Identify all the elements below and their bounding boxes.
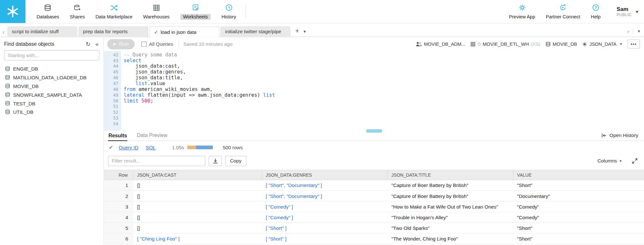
query-duration-bar[interactable] <box>187 146 213 149</box>
database-item[interactable]: UTIL_DB <box>0 108 103 116</box>
cell-cast[interactable]: [ "Ching Ling Foo" ] <box>134 233 262 244</box>
expand-results-button[interactable] <box>632 158 638 163</box>
code-line[interactable]: 49lateral flatten(input => awm.json_data… <box>104 92 644 98</box>
sql-editor[interactable]: 42-- Query some data43select44 json_data… <box>104 51 644 131</box>
nav-item-help[interactable]: ? Help <box>586 0 606 23</box>
code-line[interactable]: 44 json_data:cast, <box>104 63 644 69</box>
download-button[interactable] <box>209 156 222 166</box>
nav-label: Databases <box>37 14 59 19</box>
nav-item-preview-app[interactable]: Preview App <box>504 0 541 23</box>
warehouse-size: (XS) <box>531 42 540 46</box>
warehouse-selector[interactable]: MOVIE_DB_ETL_WH (XS) <box>470 41 540 47</box>
code-line[interactable]: 50limit 500; <box>104 98 644 104</box>
column-header-genres[interactable]: JSON_DATA:GENRES <box>262 170 388 180</box>
column-header-cast[interactable]: JSON_DATA:CAST <box>134 170 262 180</box>
code-line[interactable]: 51 <box>104 103 644 109</box>
worksheet-tab[interactable]: script to initialize stuff <box>7 26 77 37</box>
user-name: Sam <box>617 6 632 12</box>
open-history-button[interactable]: Open History <box>601 132 638 141</box>
new-worksheet-caret-icon[interactable]: ▼ <box>303 30 309 37</box>
resize-handle-bar <box>366 131 382 132</box>
row-number: 4 <box>104 212 134 222</box>
filter-result-input[interactable] <box>108 156 205 166</box>
schema-selector[interactable]: JSON_DATA ▼ <box>582 41 622 47</box>
database-item[interactable]: SNOWFLAKE_SAMPLE_DATA <box>0 91 103 99</box>
code-text: json_data:title, <box>121 75 183 81</box>
cell-genres[interactable]: [ "Short" ] <box>262 223 388 233</box>
cell-genres[interactable]: [ "Comedy" ] <box>262 212 388 222</box>
cell-genres[interactable]: [ "Comedy" ] <box>262 201 388 212</box>
collapse-sidebar-icon[interactable]: « <box>95 41 99 47</box>
database-item[interactable]: TEST_DB <box>0 99 103 108</box>
download-icon <box>213 158 218 163</box>
role-selector[interactable]: MOVIE_DB_ADM... <box>416 42 465 46</box>
user-menu[interactable]: Sam PUBLIC <box>617 0 632 23</box>
nav-item-data-marketplace[interactable]: Data Marketplace <box>90 0 138 23</box>
worksheet-tab[interactable]: prep data for reports <box>79 26 148 37</box>
code-text: from american_wiki_movies awm, <box>121 86 213 92</box>
column-header-value[interactable]: VALUE <box>513 170 644 180</box>
tab-bar-right-controls: › ▼ <box>627 27 641 36</box>
columns-dropdown[interactable]: Columns ▼ <box>598 158 622 164</box>
code-line[interactable]: 52 <box>104 109 644 115</box>
columns-caret-icon: ▼ <box>619 159 622 162</box>
panel-resize-handle[interactable] <box>366 129 382 133</box>
resize-handle-bar <box>366 130 382 131</box>
tab-scroll-left-icon[interactable]: ‹ <box>2 28 7 37</box>
code-line[interactable]: 46 json_data:title, <box>104 75 644 81</box>
cell-genres[interactable]: [ "Short", "Documentary" ] <box>262 191 388 201</box>
code-line[interactable]: 53 <box>104 115 644 121</box>
nav-item-worksheets[interactable]: Worksheets <box>175 0 216 23</box>
results-table-body: 1[][ "Short", "Documentary" ]"Capture of… <box>104 180 644 244</box>
copy-button[interactable]: Copy <box>225 156 246 166</box>
tab-list-caret-icon[interactable]: ▼ <box>637 29 640 33</box>
refresh-icon[interactable]: ↻ <box>86 41 90 47</box>
tab-data-preview[interactable]: Data Preview <box>137 132 168 141</box>
code-line[interactable]: 43select <box>104 58 644 64</box>
cell-genres[interactable]: [ "Short", "Documentary" ] <box>262 180 388 191</box>
worksheet-main: ▶ Run All Queries Saved 10 minutes ago M… <box>104 37 644 244</box>
tab-results[interactable]: Results <box>108 133 127 141</box>
tab-scroll-right-icon[interactable]: › <box>627 27 629 34</box>
line-number: 48 <box>104 86 121 92</box>
database-item[interactable]: ENGIE_DB <box>0 64 103 73</box>
code-line[interactable]: 42-- Query some data <box>104 52 644 58</box>
column-header-title[interactable]: JSON_DATA:TITLE <box>388 170 513 180</box>
nav-item-partner-connect[interactable]: Partner Connect <box>541 0 586 23</box>
top-nav: Databases Shares Data Marketplace Wareho… <box>0 0 644 24</box>
nav-item-databases[interactable]: Databases <box>31 0 64 23</box>
cell-genres[interactable]: [ "Short" ] <box>262 233 388 244</box>
nav-item-warehouses[interactable]: Warehouses <box>138 0 175 23</box>
query-id-link[interactable]: Query ID <box>119 144 138 150</box>
row-number: 2 <box>104 191 134 201</box>
code-text: -- Query some data <box>121 52 177 58</box>
database-item[interactable]: MATILLION_DATA_LOADER_DB <box>0 73 103 82</box>
database-name: MOVIE_DB <box>13 83 39 89</box>
database-selector[interactable]: MOVIE_DB <box>545 41 577 47</box>
database-value: MOVIE_DB <box>553 42 577 46</box>
nav-item-history[interactable]: History <box>216 0 242 23</box>
more-options-button[interactable]: ••• <box>628 39 640 48</box>
worksheet-tab[interactable]: initialize twitter stage/pipe <box>221 26 290 37</box>
nav-item-shares[interactable]: Shares <box>64 0 90 23</box>
database-item[interactable]: MOVIE_DB <box>0 82 103 91</box>
code-line[interactable]: 47 list.value <box>104 81 644 86</box>
code-line[interactable]: 48from american_wiki_movies awm, <box>104 86 644 92</box>
code-text: list.value <box>121 81 165 86</box>
run-button[interactable]: ▶ Run <box>107 39 135 49</box>
cell-cast: [] <box>134 212 262 222</box>
all-queries-checkbox-row[interactable]: All Queries <box>141 41 173 47</box>
code-line[interactable]: 45 json_data:genres, <box>104 69 644 75</box>
sql-link[interactable]: SQL <box>146 144 156 150</box>
snowflake-logo[interactable] <box>0 0 25 23</box>
user-menu-caret-icon[interactable]: ▼ <box>635 0 639 23</box>
nav-label: Shares <box>70 14 85 19</box>
worksheet-tab[interactable]: ✓load in json data <box>149 26 219 37</box>
column-header-row[interactable]: Row <box>104 170 134 180</box>
cell-cast: [] <box>134 191 262 201</box>
new-worksheet-button[interactable]: + <box>290 27 303 36</box>
all-queries-checkbox[interactable] <box>141 41 147 47</box>
sidebar-search <box>4 50 99 61</box>
code-line[interactable]: 54 <box>104 121 644 127</box>
database-search-input[interactable] <box>4 50 99 61</box>
